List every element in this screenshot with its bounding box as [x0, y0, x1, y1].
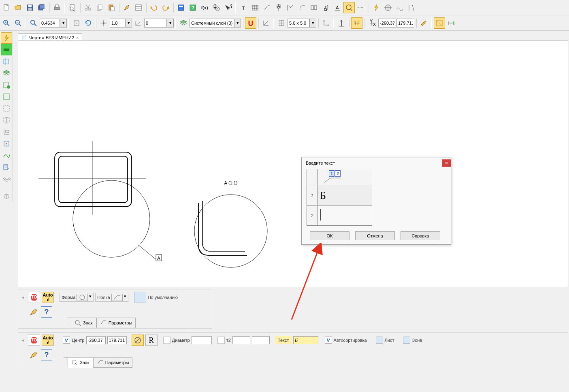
dialog-close-icon[interactable]: ✕: [442, 159, 451, 167]
lightning-icon[interactable]: [371, 2, 382, 13]
save-icon[interactable]: [24, 2, 36, 13]
zoom-value-combo[interactable]: ▾: [40, 19, 67, 28]
panel-help-icon[interactable]: ?: [41, 306, 52, 318]
grid-input[interactable]: [288, 19, 309, 28]
break-icon[interactable]: [406, 2, 417, 13]
layer-combo[interactable]: ▾: [190, 19, 241, 28]
balloon-icon[interactable]: [296, 2, 308, 13]
t2-x-input[interactable]: [232, 336, 250, 344]
angle-input[interactable]: [144, 19, 167, 28]
grid-icon[interactable]: [276, 17, 287, 29]
save-all-icon[interactable]: [36, 2, 47, 13]
section-icon[interactable]: A: [332, 2, 343, 13]
diameter-mode-button[interactable]: [132, 335, 144, 346]
properties-icon[interactable]: [133, 2, 144, 13]
wave-tools-icon[interactable]: [1, 173, 12, 184]
stop-button[interactable]: STOP: [28, 292, 40, 303]
geometry-tools-icon[interactable]: [1, 32, 12, 44]
redo-icon[interactable]: [160, 2, 171, 13]
ok-button[interactable]: ОК: [310, 231, 349, 240]
open-file-icon[interactable]: [13, 2, 24, 13]
tolerance-icon[interactable]: [285, 2, 296, 13]
help-button[interactable]: Справка: [401, 231, 440, 240]
manager-icon[interactable]: [175, 2, 187, 13]
param-mode-icon[interactable]: [434, 17, 445, 29]
diameter-toggle[interactable]: [163, 337, 170, 344]
zoom-value-input[interactable]: [40, 19, 60, 28]
chevron-down-icon[interactable]: ▾: [234, 19, 241, 28]
snap-cursor-icon[interactable]: [98, 17, 109, 29]
ortho-mode-icon[interactable]: [336, 17, 347, 29]
zona-toggle[interactable]: [403, 337, 410, 344]
stop-button[interactable]: STOP: [28, 335, 40, 346]
param-tools-icon[interactable]: [1, 79, 12, 91]
chevron-down-icon[interactable]: ▾: [124, 294, 126, 301]
context-help-icon[interactable]: ?: [222, 2, 234, 13]
center-mark-icon[interactable]: [382, 2, 394, 13]
leader-icon[interactable]: [261, 2, 273, 13]
step-combo[interactable]: ▾: [110, 19, 132, 28]
spline-tools-icon[interactable]: [1, 150, 12, 161]
close-tab-icon[interactable]: ×: [76, 35, 79, 40]
auto-create-button[interactable]: Auto↲: [42, 335, 54, 346]
datum-icon[interactable]: A: [273, 2, 284, 13]
brush-icon[interactable]: [28, 349, 39, 360]
weldsymbol-icon[interactable]: [308, 2, 320, 13]
centerline-icon[interactable]: [355, 2, 367, 13]
spec-tools-icon[interactable]: [1, 114, 12, 126]
zoom-in-icon[interactable]: [1, 17, 12, 29]
angle-combo[interactable]: ▾: [144, 19, 174, 28]
coord-x-input[interactable]: [378, 19, 396, 28]
forma-shape-button[interactable]: [77, 294, 88, 301]
edit-tools-icon[interactable]: [1, 68, 12, 79]
select-tools-icon[interactable]: [1, 103, 12, 114]
text-cell-2[interactable]: [318, 206, 372, 226]
grid-combo[interactable]: ▾: [288, 19, 316, 28]
view-3d-icon[interactable]: [1, 190, 12, 201]
preview-icon[interactable]: [67, 2, 78, 13]
variables-icon[interactable]: f(x): [199, 2, 210, 13]
diameter-input[interactable]: [192, 336, 212, 344]
new-file-icon[interactable]: [1, 2, 12, 13]
collapse-arrow-icon[interactable]: ◄: [21, 338, 26, 343]
measure-tools-icon[interactable]: [1, 91, 12, 102]
lcs-icon[interactable]: [320, 17, 332, 29]
polka-shape-button[interactable]: [111, 294, 123, 301]
tab-parameters[interactable]: Параметры: [96, 318, 136, 328]
chevron-down-icon[interactable]: ▾: [60, 19, 67, 28]
undo-icon[interactable]: [148, 2, 160, 13]
text-tab-2[interactable]: 2: [335, 170, 341, 177]
round-icon[interactable]: [351, 17, 362, 29]
magnet-snap-icon[interactable]: [245, 17, 256, 29]
zoom-out-icon[interactable]: [13, 17, 24, 29]
angle-step-icon[interactable]: [132, 17, 144, 29]
panel-help-icon[interactable]: ?: [41, 349, 52, 360]
radius-mode-button[interactable]: R: [145, 335, 158, 346]
copy-icon[interactable]: [94, 2, 105, 13]
layer-input[interactable]: [190, 19, 234, 28]
center-toggle[interactable]: V: [63, 337, 70, 344]
refresh-icon[interactable]: [83, 17, 94, 29]
orth-icon[interactable]: [260, 17, 272, 29]
chevron-down-icon[interactable]: ▾: [309, 19, 316, 28]
dimension-tools-icon[interactable]: [1, 44, 12, 55]
surface-icon[interactable]: A: [320, 2, 331, 13]
wave-icon[interactable]: [394, 2, 405, 13]
center-y-input[interactable]: [107, 336, 127, 344]
t2-y-input[interactable]: [252, 336, 270, 344]
cancel-button[interactable]: Отмена: [355, 231, 395, 240]
text-input[interactable]: [293, 336, 318, 344]
table-tool-icon[interactable]: [249, 2, 261, 13]
help-icon[interactable]: ?: [187, 2, 198, 13]
text-tab-1[interactable]: 1: [329, 170, 335, 177]
list-toggle[interactable]: [376, 337, 383, 344]
format-brush-icon[interactable]: [121, 2, 132, 13]
param2-icon[interactable]: [445, 17, 457, 29]
coord-icon[interactable]: YX: [367, 17, 378, 29]
zoom-scale-icon[interactable]: [28, 17, 39, 29]
default-toggle[interactable]: [134, 292, 146, 303]
text-tool-icon[interactable]: T: [238, 2, 249, 13]
text-cell-1[interactable]: Б: [318, 185, 372, 206]
config-icon[interactable]: 12: [211, 2, 222, 13]
center-x-input[interactable]: [86, 336, 106, 344]
